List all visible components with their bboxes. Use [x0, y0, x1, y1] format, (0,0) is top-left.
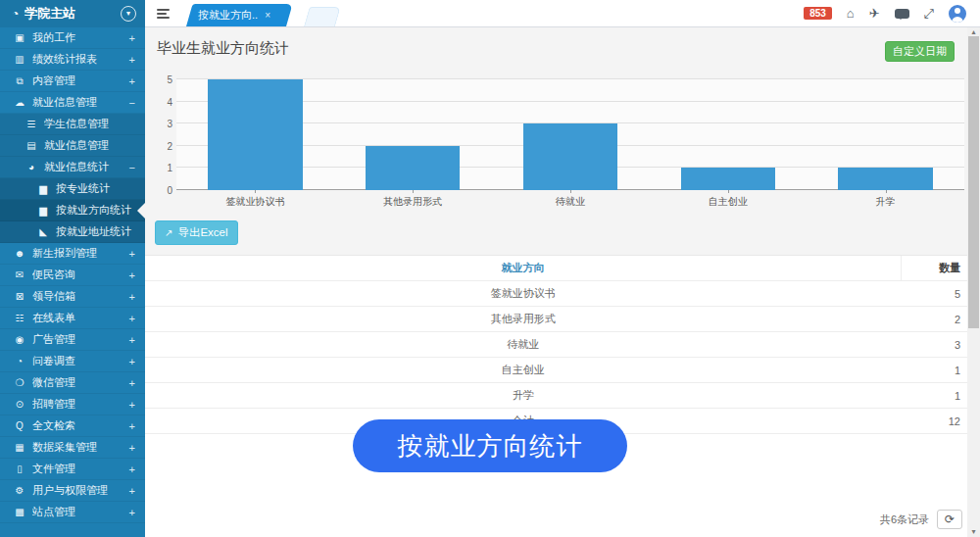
table-row: 待就业3 — [145, 332, 980, 358]
sidebar-item[interactable]: ◉广告管理+ — [0, 329, 145, 351]
sidebar-item[interactable]: ▥绩效统计报表+ — [0, 49, 145, 71]
tab-label: 按就业方向.. — [198, 8, 258, 23]
expand-toggle-icon: + — [129, 420, 135, 432]
scroll-up-icon[interactable]: ▴ — [967, 27, 980, 36]
sidebar-item[interactable]: ⊙招聘管理+ — [0, 394, 145, 415]
home-icon[interactable]: ⌂ — [847, 7, 855, 20]
sidebar-item-label: 就业信息统计 — [44, 160, 125, 174]
sidebar-item[interactable]: ❍微信管理+ — [0, 372, 145, 394]
sidebar-item[interactable]: ☷在线表单+ — [0, 308, 145, 329]
bar-chart-icon: ▆ — [35, 184, 51, 194]
expand-toggle-icon: + — [129, 442, 135, 454]
clock-icon: ◔ — [12, 8, 19, 20]
sidebar-item[interactable]: ▆按专业统计 — [0, 178, 145, 200]
chevron-down-circle-icon[interactable]: ▾ — [121, 6, 136, 22]
sidebar-item[interactable]: ☻新生报到管理+ — [0, 243, 145, 265]
sidebar-item[interactable]: ⚙用户与权限管理+ — [0, 480, 145, 502]
list-icon: ☰ — [24, 120, 39, 129]
sidebar-item-label: 就业信息管理 — [44, 138, 135, 153]
sidebar-item[interactable]: Q全文检索+ — [0, 415, 145, 437]
cell-direction: 自主创业 — [145, 358, 902, 383]
user-avatar[interactable] — [949, 5, 966, 23]
expand-toggle-icon: + — [129, 399, 135, 411]
sidebar-item-label: 问卷调查 — [32, 354, 125, 368]
cell-direction: 签就业协议书 — [145, 281, 902, 307]
area-chart-icon: ◣ — [35, 227, 51, 237]
sidebar-item[interactable]: ▆按就业方向统计 — [0, 200, 145, 221]
table-row: 升学1 — [145, 383, 980, 409]
sidebar-item[interactable]: ▯文件管理+ — [0, 459, 145, 480]
comments-icon[interactable] — [895, 9, 909, 19]
sidebar-item[interactable]: ⧉内容管理+ — [0, 71, 145, 92]
tab-close-icon[interactable]: × — [265, 11, 270, 21]
refresh-button[interactable]: ⟳ — [937, 510, 962, 529]
x-tick-label: 签就业协议书 — [176, 190, 334, 209]
clock-icon: ◔ — [12, 357, 27, 366]
sidebar-item[interactable]: ☁就业信息管理− — [0, 92, 145, 114]
record-count: 共6条记录 — [880, 513, 929, 527]
sidebar-item[interactable]: ▤就业信息管理 — [0, 135, 145, 157]
sidebar-item-label: 学生信息管理 — [44, 117, 135, 131]
export-excel-button[interactable]: ↗ 导出Excel — [155, 220, 238, 245]
scroll-down-icon[interactable]: ▾ — [967, 527, 980, 536]
sidebar-item-label: 招聘管理 — [32, 397, 125, 412]
chart-bar — [523, 123, 617, 190]
form-icon: ☷ — [12, 314, 27, 323]
chart-bar-column — [334, 79, 492, 190]
x-tick-label: 其他录用形式 — [334, 190, 492, 209]
y-tick-label: 4 — [155, 98, 172, 108]
sidebar-toggle-button[interactable] — [145, 0, 180, 26]
app-window: ◔ 学院主站 ▾ ▣我的工作+▥绩效统计报表+⧉内容管理+☁就业信息管理−☰学生… — [0, 0, 980, 537]
files-icon: ⧉ — [12, 76, 27, 86]
tab-ghost — [304, 7, 341, 26]
expand-toggle-icon: + — [129, 54, 135, 66]
sidebar-item[interactable]: ☰学生信息管理 — [0, 114, 145, 135]
chart-bar — [838, 168, 932, 190]
sidebar-brand[interactable]: ◔ 学院主站 ▾ — [0, 0, 145, 27]
results-table-card: 就业方向 数量 签就业协议书5其他录用形式2待就业3自主创业1升学1合计12 共… — [145, 255, 980, 537]
sidebar-item[interactable]: ◔问卷调查+ — [0, 351, 145, 372]
sidebar-item[interactable]: ⊠领导信箱+ — [0, 286, 145, 308]
sidebar-item-label: 内容管理 — [32, 73, 125, 88]
tab-active[interactable]: 按就业方向.. × — [186, 4, 286, 26]
sidebar-item[interactable]: ▣我的工作+ — [0, 27, 145, 49]
y-tick-label: 5 — [155, 75, 172, 85]
sidebar-item-label: 全文检索 — [32, 418, 125, 433]
sidebar-item[interactable]: ▦数据采集管理+ — [0, 437, 145, 459]
expand-toggle-icon: + — [129, 334, 135, 346]
paper-plane-icon[interactable]: ✈ — [869, 7, 880, 20]
chart-bar-column — [492, 79, 650, 190]
comment-icon: ◉ — [12, 335, 27, 345]
table-row: 自主创业1 — [145, 358, 980, 383]
page-title: 毕业生就业方向统计 — [157, 39, 289, 58]
chart-bars — [176, 79, 964, 190]
database-icon: ▦ — [12, 443, 27, 453]
sidebar-item[interactable]: ▩站点管理+ — [0, 502, 145, 523]
sidebar-item[interactable]: ◕就业信息统计− — [0, 157, 145, 178]
bar-chart: 签就业协议书其他录用形式待就业自主创业升学 012345 — [155, 75, 964, 213]
custom-date-button[interactable]: 自定义日期 — [885, 41, 955, 62]
action-overlay-button[interactable]: 按就业方向统计 — [353, 419, 627, 472]
expand-toggle-icon: + — [129, 377, 135, 389]
scrollbar-thumb[interactable] — [968, 36, 979, 328]
expand-icon[interactable]: ⤢ — [924, 7, 934, 20]
sidebar-item-label: 便民咨询 — [32, 268, 125, 282]
topbar: 按就业方向.. × 853 ⌂ ✈ ⤢ — [145, 0, 980, 27]
envelope-icon: ✉ — [12, 270, 27, 280]
content-header: 毕业生就业方向统计 自定义日期 — [145, 27, 980, 62]
sidebar-item[interactable]: ✉便民咨询+ — [0, 265, 145, 286]
users-icon: ☻ — [12, 249, 27, 259]
expand-toggle-icon: − — [129, 162, 135, 173]
scrollbar[interactable]: ▴ ▾ — [967, 27, 980, 537]
y-tick-label: 2 — [155, 142, 172, 152]
sidebar-item-label: 微信管理 — [32, 375, 125, 390]
table-row: 签就业协议书5 — [145, 281, 980, 307]
expand-toggle-icon: + — [129, 248, 135, 260]
sidebar-item[interactable]: ◣按就业地址统计 — [0, 221, 145, 243]
gears-icon: ⚙ — [12, 486, 27, 496]
sidebar-submenu: ☰学生信息管理▤就业信息管理◕就业信息统计−▆按专业统计▆按就业方向统计◣按就业… — [0, 114, 145, 243]
notification-badge[interactable]: 853 — [804, 7, 832, 20]
expand-toggle-icon: + — [129, 32, 135, 44]
expand-toggle-icon: + — [129, 75, 135, 87]
export-icon: ↗ — [165, 228, 172, 238]
